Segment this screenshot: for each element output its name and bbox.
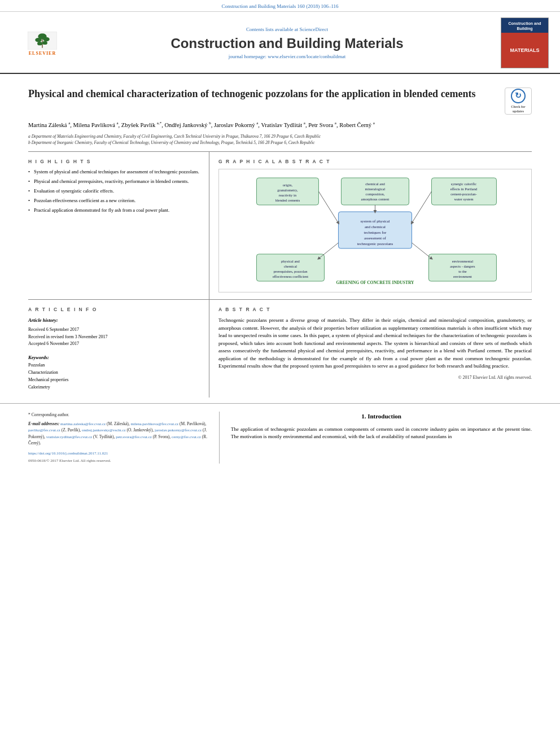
svg-text:origin,: origin, [283, 183, 293, 187]
copyright-note: © 2017 Elsevier Ltd. All rights reserved… [218, 375, 532, 380]
list-item: System of physical and chemical techniqu… [28, 169, 200, 176]
paper-content: Physical and chemical characterization o… [0, 74, 560, 403]
article-info-abstract-section: A R T I C L E I N F O Article history: R… [28, 299, 532, 397]
list-item: Characterization [28, 369, 200, 377]
email-8[interactable]: cerny@fsv.cvut.cz [172, 435, 201, 439]
highlights-column: H I G H L I G H T S System of physical a… [28, 152, 209, 299]
abstract-text: Technogenic pozzolans present a diverse … [218, 317, 532, 370]
cbm-logo-top-text: Construction and Building [501, 18, 548, 33]
list-item: Practical application demonstrated for f… [28, 207, 200, 214]
history-label: Article history: [28, 317, 200, 325]
svg-text:cement-pozzolan-: cement-pozzolan- [450, 192, 477, 196]
keywords-section: Keywords: Pozzolan Characterization Mech… [28, 355, 200, 391]
svg-point-5 [37, 42, 42, 45]
svg-text:environment: environment [453, 274, 472, 278]
svg-text:chemical and: chemical and [365, 182, 385, 186]
svg-text:assessment of: assessment of [364, 236, 386, 241]
cbm-logo-bottom-text: MATERIALS [501, 33, 548, 68]
graphical-abstract-column: G R A P H I C A L A B S T R A C T system… [209, 152, 532, 299]
graphical-abstract-heading: G R A P H I C A L A B S T R A C T [218, 159, 532, 164]
bottom-section: * Corresponding author. E-mail addresses… [0, 403, 560, 469]
list-item: Mechanical properties [28, 377, 200, 384]
email-2[interactable]: milena.pavlikova@fsv.cvut.cz [131, 422, 179, 426]
abstract-heading: A B S T R A C T [218, 307, 532, 312]
svg-text:chemical: chemical [284, 264, 298, 268]
abstract-column: A B S T R A C T Technogenic pozzolans pr… [209, 300, 532, 397]
introduction-column: 1. Introduction The application of techn… [231, 412, 532, 464]
email-3[interactable]: pavlikz@fsv.cvut.cz [28, 428, 60, 433]
accepted-date: Accepted 6 November 2017 [28, 340, 200, 348]
authors-line: Martina Záleská a, Milena Pavlíková a, Z… [28, 120, 532, 129]
svg-text:GREENING OF CONCRETE INDUSTRY: GREENING OF CONCRETE INDUSTRY [336, 280, 415, 285]
journal-reference: Construction and Building Materials 160 … [0, 0, 560, 12]
affiliation-a: a Department of Materials Engineering an… [28, 134, 532, 140]
sciencedirect-line: Contents lists available at ScienceDirec… [85, 27, 489, 32]
highlights-graphical-section: H I G H L I G H T S System of physical a… [28, 151, 532, 299]
svg-line-30 [412, 191, 432, 223]
graphical-diagram: system of physical and chemical techniqu… [218, 169, 532, 292]
svg-text:environmental: environmental [452, 259, 474, 263]
journal-title: Construction and Building Materials [85, 36, 489, 51]
article-info-column: A R T I C L E I N F O Article history: R… [28, 300, 209, 397]
list-item: Calorimetry [28, 384, 200, 391]
footnote-column: * Corresponding author. E-mail addresses… [28, 412, 220, 464]
email-addresses: E-mail addresses: martina.zaleska@fsv.cv… [28, 421, 211, 447]
email-7[interactable]: petr.svora@fsv.cvut.cz [116, 435, 152, 439]
svg-point-4 [43, 37, 49, 42]
svg-text:and chemical: and chemical [365, 225, 386, 229]
list-item: Pozzolan effectiveness coefficient as a … [28, 198, 200, 204]
svg-text:granulometry,: granulometry, [277, 188, 298, 192]
svg-point-3 [35, 38, 41, 42]
received-date: Received 6 September 2017 [28, 326, 200, 334]
check-updates-icon: ↻ [511, 89, 526, 103]
journal-homepage: journal homepage: www.elsevier.com/locat… [85, 54, 489, 59]
email-label: E-mail addresses: [28, 421, 59, 426]
svg-text:effects in Portland: effects in Portland [450, 187, 478, 191]
svg-text:physical and: physical and [281, 259, 300, 263]
svg-text:system of physical: system of physical [361, 219, 390, 224]
corresponding-author-note: * Corresponding author. [28, 412, 211, 418]
email-5[interactable]: jaroslav.pokorny@fsv.cvut.cz [155, 428, 202, 433]
svg-text:prerequisites, pozzolan: prerequisites, pozzolan [274, 269, 308, 273]
paper-title-text: Physical and chemical characterization o… [28, 88, 505, 101]
svg-text:composition,: composition, [366, 192, 385, 196]
affiliation-b: b Department of Inorganic Chemistry, Fac… [28, 140, 532, 146]
check-updates-label: Check for updates [505, 105, 531, 114]
svg-text:effectiveness coefficient: effectiveness coefficient [273, 274, 308, 278]
svg-text:to the: to the [458, 269, 467, 273]
email-name-4: (O. Jankovský) [127, 427, 153, 433]
email-1[interactable]: martina.zaleska@fsv.cvut.cz [60, 422, 106, 426]
journal-center: Contents lists available at ScienceDirec… [73, 27, 501, 59]
elsevier-brand: ELSEVIER [29, 51, 56, 56]
highlights-heading: H I G H L I G H T S [28, 159, 200, 164]
email-name-2: (M. Pavlíková) [180, 421, 205, 426]
keywords-label: Keywords: [28, 355, 200, 360]
doi-link[interactable]: https://doi.org/10.1016/j.conbuildmat.20… [28, 451, 211, 457]
cbm-logo: Construction and Building MATERIALS [501, 18, 549, 68]
svg-line-36 [319, 243, 339, 259]
svg-text:blended cements: blended cements [275, 198, 300, 202]
email-name-6: (V. Tydlitát) [93, 434, 113, 439]
article-history: Article history: Received 6 September 20… [28, 317, 200, 348]
email-6[interactable]: vratislav.tydlitat@fsv.cvut.cz [46, 435, 93, 439]
paper-title-area: Physical and chemical characterization o… [28, 88, 532, 115]
svg-text:techniques for: techniques for [364, 230, 387, 235]
email-name-7: (P. Svora) [153, 434, 170, 439]
journal-header: ELSEVIER Contents lists available at Sci… [0, 12, 560, 74]
svg-text:synergic calorific: synergic calorific [451, 182, 476, 186]
svg-text:water system: water system [454, 197, 473, 201]
intro-text: The application of technogenic pozzolans… [231, 426, 532, 441]
svg-point-6 [42, 41, 47, 45]
issn-line: 0950-0618/© 2017 Elsevier Ltd. All right… [28, 458, 211, 464]
list-item: Evaluation of synergistic calorific effe… [28, 188, 200, 195]
svg-line-24 [319, 191, 339, 223]
list-item: Pozzolan [28, 362, 200, 369]
affiliations: a Department of Materials Engineering an… [28, 134, 532, 146]
email-4[interactable]: ondrej.jankovsky@vscht.cz [82, 428, 126, 433]
svg-text:aspects - dangers: aspects - dangers [450, 264, 475, 268]
svg-text:technogenic pozzolans: technogenic pozzolans [357, 242, 393, 246]
elsevier-logo: ELSEVIER [11, 30, 73, 56]
svg-text:mineralogical: mineralogical [365, 187, 386, 191]
received-revised-date: Received in revised form 3 November 2017 [28, 334, 200, 341]
email-name-1: (M. Záleská) [107, 421, 129, 426]
